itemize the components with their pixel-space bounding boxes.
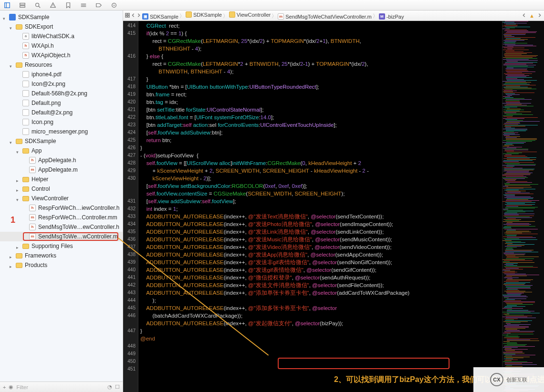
- folder-icon: [15, 138, 23, 144]
- tree-row[interactable]: hRespForWeCh…iewController.h: [0, 203, 123, 213]
- def-icon: [22, 119, 30, 125]
- related-items-icon[interactable]: [125, 13, 130, 19]
- tree-row[interactable]: hWXApi.h: [0, 41, 123, 51]
- folder-icon: [22, 243, 30, 249]
- svg-point-4: [36, 3, 39, 6]
- tree-row[interactable]: SDKSample: [0, 136, 123, 146]
- tree-row[interactable]: Frameworks: [0, 251, 123, 260]
- test-nav-icon[interactable]: [64, 1, 73, 10]
- tree-row[interactable]: Icon@2x.png: [0, 79, 123, 89]
- debug-nav-icon[interactable]: [79, 1, 88, 10]
- breadcrumb-item[interactable]: ▣SDKSample: [142, 13, 178, 20]
- svg-rect-3: [20, 5, 25, 7]
- tree-row[interactable]: alibWeChatSDK.a: [0, 31, 123, 41]
- tree-label: SendMsgToWe…wController.m: [38, 233, 118, 240]
- breadcrumb-icon: m: [278, 13, 284, 20]
- svg-rect-15: [128, 15, 129, 17]
- breadcrumb-icon: ▣: [142, 13, 148, 20]
- tree-label: iphone4.pdf: [31, 71, 62, 78]
- breadcrumb-item[interactable]: mSendMsgToWeChatViewController.m: [278, 13, 372, 20]
- tree-row[interactable]: Default@2x.png: [0, 108, 123, 117]
- tree-label: AppDelegate.h: [38, 157, 76, 164]
- m-icon: m: [29, 214, 36, 221]
- tree-row[interactable]: iphone4.pdf: [0, 70, 123, 79]
- tree-row[interactable]: micro_messenger.png: [0, 127, 123, 136]
- file-tree[interactable]: SDKSampleSDKExportalibWeChatSDK.ahWXApi.…: [0, 10, 123, 382]
- breakpoint-nav-icon[interactable]: [94, 1, 103, 10]
- tree-row[interactable]: Default.png: [0, 98, 123, 108]
- svg-rect-12: [126, 13, 127, 14]
- breadcrumb-item[interactable]: M-bizPay: [379, 13, 404, 20]
- tree-row[interactable]: hSendMsgToWe…ewController.h: [0, 222, 123, 232]
- tree-row[interactable]: mAppDelegate.m: [0, 165, 123, 175]
- minimap[interactable]: [502, 21, 544, 392]
- def-icon: [22, 100, 30, 106]
- project-navigator: SDKSampleSDKExportalibWeChatSDK.ahWXApi.…: [0, 10, 123, 392]
- tree-row[interactable]: Control: [0, 184, 123, 194]
- svg-rect-14: [126, 15, 127, 17]
- folder-icon: [22, 186, 30, 192]
- watermark-icon: CX: [490, 373, 503, 386]
- report-nav-icon[interactable]: [110, 1, 118, 10]
- source-control-nav-icon[interactable]: [18, 1, 27, 10]
- m-icon: m: [29, 166, 36, 173]
- forward-icon[interactable]: [136, 13, 141, 19]
- folder-icon: [22, 147, 30, 154]
- tree-row[interactable]: Icon.png: [0, 117, 123, 127]
- breadcrumb-icon: M: [379, 13, 385, 20]
- tree-label: SDKSample: [18, 14, 49, 21]
- tree-row[interactable]: Resources: [0, 60, 123, 70]
- tree-row[interactable]: Products: [0, 260, 123, 270]
- tree-row[interactable]: mRespForWeCh…Controller.mm: [0, 213, 123, 222]
- tree-row[interactable]: Helper: [0, 175, 123, 184]
- line-gutter[interactable]: 414415 416 41741841942042142242342442542…: [123, 21, 138, 392]
- find-nav-icon[interactable]: [33, 1, 42, 10]
- tree-label: WXApiObject.h: [31, 52, 70, 59]
- issue-nav-icon[interactable]: [49, 1, 57, 10]
- tree-label: Resources: [25, 62, 52, 68]
- tree-label: Supporting Files: [31, 243, 73, 249]
- add-icon[interactable]: +: [3, 384, 6, 390]
- tree-row[interactable]: App: [0, 146, 123, 155]
- tree-row[interactable]: mSendMsgToWe…wController.m: [0, 232, 123, 241]
- folder-icon: [22, 176, 30, 183]
- back-icon[interactable]: [131, 13, 136, 19]
- breadcrumb-item[interactable]: ViewController: [229, 11, 271, 18]
- folder-icon: [15, 62, 23, 68]
- tree-label: Products: [25, 262, 47, 268]
- def-icon: [22, 109, 30, 116]
- jump-bar[interactable]: ▣SDKSample〉SDKSample〉ViewController〉mSen…: [123, 10, 544, 21]
- h-icon: h: [22, 42, 30, 49]
- tree-label: SDKSample: [25, 138, 56, 144]
- breadcrumb-icon: [229, 11, 235, 18]
- h-icon: h: [22, 52, 30, 59]
- recent-filter-icon[interactable]: ◔: [107, 384, 112, 390]
- h-icon: h: [29, 205, 36, 211]
- prev-issue-icon[interactable]: [522, 13, 526, 19]
- tree-row[interactable]: SDKSample: [0, 12, 123, 22]
- tree-row[interactable]: ViewController: [0, 194, 123, 203]
- breadcrumb-label: SendMsgToWeChatViewController.m: [285, 14, 372, 20]
- tree-label: WXApi.h: [31, 42, 54, 49]
- tree-row[interactable]: Supporting Files: [0, 241, 123, 251]
- next-issue-icon[interactable]: [537, 13, 542, 19]
- navigator-toolbar: [0, 0, 544, 10]
- tree-label: Control: [31, 186, 50, 192]
- tree-label: micro_messenger.png: [31, 128, 88, 135]
- tree-row[interactable]: hAppDelegate.h: [0, 155, 123, 165]
- scm-filter-icon[interactable]: ☐: [115, 384, 120, 390]
- tree-row[interactable]: Default-568h@2x.png: [0, 89, 123, 98]
- breadcrumb-label: SDKSample: [150, 14, 178, 20]
- tree-label: SendMsgToWe…ewController.h: [38, 224, 119, 230]
- tree-label: RespForWeCh…iewController.h: [38, 205, 120, 211]
- filter-field[interactable]: Filter: [16, 384, 28, 390]
- breadcrumb-label: ViewController: [237, 12, 271, 18]
- warning-indicator-icon[interactable]: ▲: [529, 13, 534, 19]
- def-icon: [22, 81, 30, 87]
- project-nav-icon[interactable]: [3, 1, 11, 10]
- breadcrumb-item[interactable]: SDKSample: [186, 11, 222, 18]
- filter-scope-icon[interactable]: ◉: [9, 384, 13, 390]
- tree-row[interactable]: hWXApiObject.h: [0, 51, 123, 60]
- tree-row[interactable]: SDKExport: [0, 22, 123, 31]
- code-editor[interactable]: CGRect rect; if(idx % 2 == 1) { rect = C…: [138, 21, 502, 392]
